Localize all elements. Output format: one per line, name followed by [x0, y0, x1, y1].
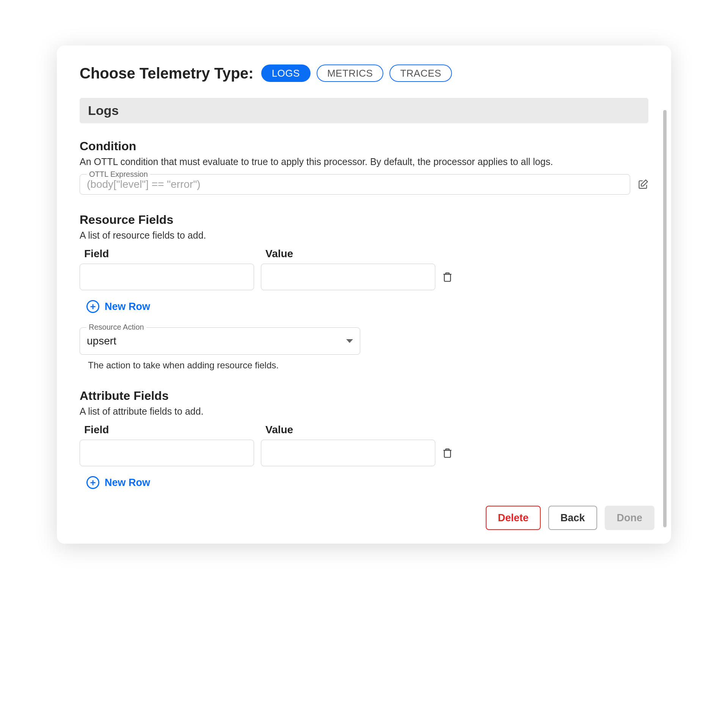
pill-logs[interactable]: LOGS: [261, 64, 311, 82]
resource-fields-description: A list of resource fields to add.: [80, 230, 648, 241]
attribute-new-row-button[interactable]: + New Row: [80, 475, 150, 491]
trash-icon[interactable]: [442, 447, 453, 459]
pill-traces[interactable]: TRACES: [389, 64, 452, 82]
resource-new-row-button[interactable]: + New Row: [80, 299, 150, 314]
ottl-expression-field[interactable]: OTTL Expression: [80, 174, 630, 195]
trash-icon[interactable]: [442, 271, 453, 283]
attribute-fields-section: Attribute Fields A list of attribute fie…: [80, 389, 648, 491]
attribute-field-input[interactable]: [80, 440, 254, 466]
resource-field-input[interactable]: [80, 264, 254, 290]
plus-icon: +: [86, 300, 99, 313]
ottl-expression-input[interactable]: [87, 178, 623, 190]
done-button: Done: [605, 506, 655, 530]
resource-fields-title: Resource Fields: [80, 213, 648, 227]
plus-icon: +: [86, 476, 99, 489]
dialog-footer: Delete Back Done: [80, 506, 662, 530]
resource-value-input[interactable]: [261, 264, 435, 290]
resource-action-legend: Resource Action: [86, 323, 146, 332]
attribute-header-value: Value: [265, 424, 440, 436]
condition-section: Condition An OTTL condition that must ev…: [80, 139, 648, 195]
attribute-fields-description: A list of attribute fields to add.: [80, 406, 648, 417]
delete-button[interactable]: Delete: [486, 506, 541, 530]
telemetry-type-header: Choose Telemetry Type: LOGS METRICS TRAC…: [80, 64, 648, 82]
resource-action-helper: The action to take when adding resource …: [88, 360, 648, 371]
attribute-new-row-label: New Row: [105, 477, 150, 489]
attribute-row-headers: Field Value: [80, 424, 648, 436]
telemetry-type-title: Choose Telemetry Type:: [80, 65, 254, 82]
condition-description: An OTTL condition that must evaluate to …: [80, 156, 648, 167]
chevron-down-icon: [346, 339, 353, 343]
attribute-fields-title: Attribute Fields: [80, 389, 648, 403]
edit-icon[interactable]: [638, 179, 648, 190]
telemetry-type-pills: LOGS METRICS TRACES: [261, 64, 452, 82]
resource-header-value: Value: [265, 248, 440, 260]
pill-metrics[interactable]: METRICS: [317, 64, 384, 82]
section-heading-logs: Logs: [80, 98, 648, 123]
attribute-header-field: Field: [84, 424, 259, 436]
back-button[interactable]: Back: [548, 506, 597, 530]
resource-fields-section: Resource Fields A list of resource field…: [80, 213, 648, 371]
condition-title: Condition: [80, 139, 648, 153]
scrollbar-thumb[interactable]: [663, 110, 667, 527]
resource-row-headers: Field Value: [80, 248, 648, 260]
ottl-expression-legend: OTTL Expression: [87, 170, 150, 179]
resource-action-field: Resource Action upsert: [80, 327, 360, 355]
resource-header-field: Field: [84, 248, 259, 260]
processor-config-dialog: Choose Telemetry Type: LOGS METRICS TRAC…: [57, 46, 671, 544]
attribute-value-input[interactable]: [261, 440, 435, 466]
resource-action-value: upsert: [87, 335, 116, 347]
dialog-content: Choose Telemetry Type: LOGS METRICS TRAC…: [80, 64, 662, 494]
resource-new-row-label: New Row: [105, 301, 150, 313]
attribute-row: [80, 440, 648, 466]
resource-row: [80, 264, 648, 290]
